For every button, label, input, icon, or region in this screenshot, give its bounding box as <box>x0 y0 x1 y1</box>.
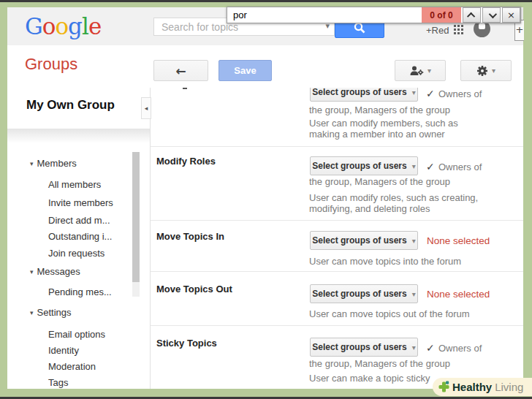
row-label-sticky-topics: Sticky Topics <box>156 338 217 349</box>
select-groups-button[interactable]: Select groups of users▾ <box>310 88 418 102</box>
section-arrow-icon: ▾ <box>30 309 34 316</box>
sidebar-item-email-options[interactable]: Email options <box>48 329 105 341</box>
logo-letter: g <box>68 13 82 39</box>
check-icon: ✓ <box>426 88 435 99</box>
save-button[interactable]: Save <box>218 60 272 81</box>
select-groups-label: Select groups of users <box>312 342 406 352</box>
find-previous-button[interactable] <box>463 7 481 23</box>
sidebar-item-label: Settings <box>37 307 72 318</box>
settings-gear-button[interactable]: ▾ <box>460 60 512 81</box>
status-text: Owners of <box>438 162 482 172</box>
sidebar-item-moderation[interactable]: Moderation <box>48 361 96 373</box>
status-wrap-text: the group, Managers of the group <box>309 176 450 187</box>
sidebar-item-identity[interactable]: Identity <box>48 345 79 357</box>
healthy-living-plus-icon <box>438 381 450 393</box>
section-arrow-icon: ▾ <box>30 268 34 276</box>
back-arrow-icon: ← <box>175 64 186 78</box>
apps-grid-icon[interactable] <box>454 25 463 34</box>
chevron-down-icon: ▾ <box>492 66 495 75</box>
select-groups-label: Select groups of users <box>312 235 406 246</box>
watermark-light-text: Living <box>495 381 523 393</box>
sidebar-item-all-members[interactable]: All members <box>48 179 101 191</box>
chevron-down-icon: ▾ <box>412 162 416 170</box>
status-text: Owners of <box>438 88 482 99</box>
sidebar-item-label: Invite members <box>48 197 113 208</box>
sidebar-collapse-button[interactable]: ◂ <box>141 97 151 119</box>
row-description: User can modify roles, such as creating, <box>309 192 478 203</box>
row-separator <box>151 146 523 147</box>
chevron-down-icon: ▾ <box>412 343 416 352</box>
back-button[interactable]: ← <box>153 60 208 81</box>
select-groups-button[interactable]: Select groups of users▾ <box>310 338 418 357</box>
app-window: Google ▾ +Red + Groups ← <box>7 7 523 389</box>
logo-letter: o <box>42 13 56 39</box>
check-icon: ✓ <box>426 342 435 354</box>
row-separator <box>151 325 523 326</box>
find-next-button[interactable] <box>482 7 501 23</box>
check-icon: ✓ <box>426 161 435 172</box>
row-description: User can make a topic sticky <box>309 373 430 384</box>
sidebar-scrollbar-thumb[interactable] <box>132 152 140 282</box>
status-text: Owners of <box>438 343 482 354</box>
sidebar-item-join-requests[interactable]: Join requests <box>48 248 104 259</box>
sidebar-item-pending-messages[interactable]: Pending mes... <box>48 286 112 298</box>
find-input[interactable] <box>227 9 422 21</box>
sidebar-item-label: Identity <box>48 345 79 356</box>
sidebar-item-label: Outstanding i... <box>48 231 112 242</box>
sidebar-header-shadow <box>7 129 150 143</box>
row-label-modify-roles: Modify Roles <box>156 156 216 167</box>
chevron-down-icon: ▾ <box>412 88 416 96</box>
row-description: User can move topics out of the forum <box>309 308 470 319</box>
chevron-down-icon: ▾ <box>412 237 416 245</box>
logo-letter: G <box>25 13 42 39</box>
sidebar-item-label: Messages <box>37 266 80 277</box>
logo-letter: l <box>82 13 88 39</box>
sidebar-item-outstanding[interactable]: Outstanding i... <box>48 231 112 243</box>
sidebar-item-label: Members <box>37 158 77 169</box>
sidebar-item-label: Tags <box>48 377 68 388</box>
sidebar-item-members[interactable]: ▾Members <box>30 158 77 170</box>
status-none-selected: None selected <box>427 289 490 300</box>
permissions-panel: Select groups of users▾ ✓ Owners of the … <box>151 88 523 389</box>
google-logo: Google <box>25 13 101 39</box>
manage-members-button[interactable]: ▾ <box>395 60 446 81</box>
row-separator <box>151 220 523 221</box>
row-label-move-topics-in: Move Topics In <box>156 231 224 242</box>
select-groups-button[interactable]: Select groups of users▾ <box>310 231 418 250</box>
sidebar-item-label: Pending mes... <box>48 286 112 297</box>
select-groups-button[interactable]: Select groups of users▾ <box>310 284 418 303</box>
chevron-up-icon <box>466 12 474 20</box>
select-groups-button[interactable]: Select groups of users▾ <box>310 156 418 175</box>
row-label-move-topics-out: Move Topics Out <box>156 284 232 294</box>
frame-top-line <box>0 0 532 2</box>
account-name-link[interactable]: +Red <box>426 25 449 36</box>
sidebar-item-label: Moderation <box>48 361 96 372</box>
sidebar-item-messages[interactable]: ▾Messages <box>30 266 80 278</box>
select-groups-label: Select groups of users <box>312 161 406 171</box>
sidebar-item-settings[interactable]: ▾Settings <box>30 307 72 319</box>
find-close-button[interactable]: × <box>502 7 520 23</box>
sidebar: My Own Group ◂ ▾Members All members Invi… <box>7 88 150 389</box>
sidebar-scrollbar-track[interactable] <box>132 152 140 297</box>
find-match-count-badge: 0 of 0 <box>422 7 461 23</box>
sidebar-item-label: Email options <box>48 329 105 340</box>
row-description: User can move topics into the forum <box>309 256 461 267</box>
sidebar-item-direct-add[interactable]: Direct add m... <box>48 215 110 227</box>
plus-icon: + <box>516 24 524 35</box>
watermark-bold-text: Healthy <box>452 381 492 393</box>
logo-letter: e <box>88 13 101 39</box>
chevron-down-icon: ▾ <box>428 66 431 75</box>
row-separator <box>151 271 523 272</box>
avatar-notch <box>479 23 485 29</box>
row-description: User can modify members, such as <box>309 118 458 129</box>
sidebar-item-invite-members[interactable]: Invite members <box>48 197 113 209</box>
watermark-badge: Healthy Living <box>433 378 532 396</box>
groups-toolbar: Groups ← Save ▾ <box>7 45 523 88</box>
clipped-label-fragment <box>183 88 187 89</box>
find-bar: 0 of 0 × <box>227 7 521 23</box>
status-wrap-text: the group, Managers of the group <box>309 104 450 115</box>
logo-letter: o <box>55 13 68 39</box>
sidebar-item-tags[interactable]: Tags <box>48 377 68 389</box>
page-title: Groups <box>25 55 77 74</box>
collapse-arrow-icon: ◂ <box>145 104 148 112</box>
